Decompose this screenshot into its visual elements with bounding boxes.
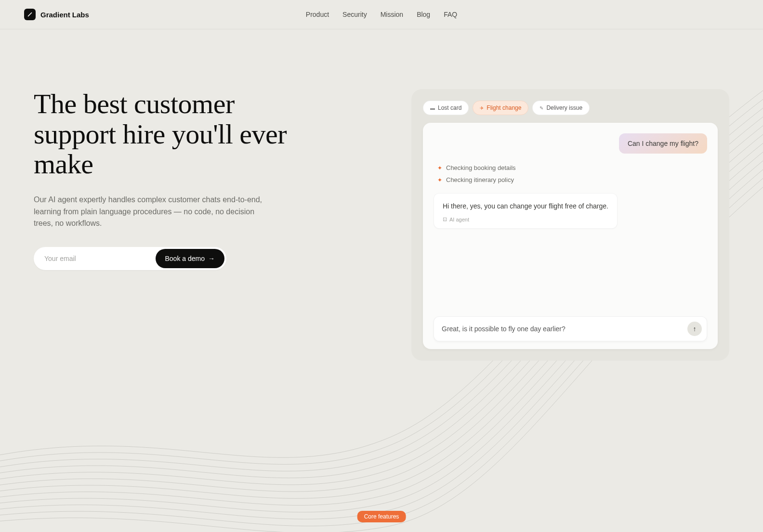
email-input[interactable]: [44, 255, 156, 262]
arrow-right-icon: →: [208, 255, 215, 262]
chat-messages: Can I change my flight? ✦ Checking booki…: [434, 133, 707, 311]
tab-label: Lost card: [438, 104, 461, 111]
status-text: Checking booking details: [446, 164, 516, 171]
hero-copy: The best customer support hire you'll ev…: [34, 89, 294, 361]
core-features-badge[interactable]: Core features: [357, 511, 406, 522]
agent-message: Hi there, yes, you can change your fligh…: [434, 193, 618, 229]
sparkle-icon: ✦: [437, 177, 442, 183]
book-demo-label: Book a demo: [165, 255, 205, 262]
card-icon: ▬: [430, 105, 435, 111]
book-demo-button[interactable]: Book a demo →: [156, 249, 225, 268]
sparkle-icon: ✦: [437, 165, 442, 171]
chat-window: Can I change my flight? ✦ Checking booki…: [423, 123, 718, 349]
main-nav: Product Security Mission Blog FAQ: [306, 11, 457, 18]
hero-subtitle: Our AI agent expertly handles complex cu…: [34, 194, 270, 230]
hero-title: The best customer support hire you'll ev…: [34, 89, 294, 180]
send-button[interactable]: ↑: [687, 322, 702, 336]
tab-label: Flight change: [487, 104, 521, 111]
nav-product[interactable]: Product: [306, 11, 329, 18]
chat-tabs: ▬ Lost card ✈ Flight change ✎ Delivery i…: [423, 101, 718, 115]
brand-name: Gradient Labs: [40, 11, 89, 19]
brand-logo[interactable]: Gradient Labs: [24, 9, 89, 20]
chat-bubble-icon: ⊡: [443, 216, 447, 222]
chat-input-text[interactable]: Great, is it possible to fly one day ear…: [442, 325, 687, 333]
tab-flight-change[interactable]: ✈ Flight change: [473, 101, 528, 115]
arrow-up-icon: ↑: [693, 325, 697, 333]
chat-demo-wrapper: ▬ Lost card ✈ Flight change ✎ Delivery i…: [323, 89, 729, 361]
status-checking-booking: ✦ Checking booking details: [434, 164, 707, 171]
agent-message-text: Hi there, yes, you can change your fligh…: [443, 201, 608, 211]
hero-section: The best customer support hire you'll ev…: [0, 29, 763, 361]
nav-security[interactable]: Security: [342, 11, 367, 18]
tab-label: Delivery issue: [546, 104, 582, 111]
plane-icon: ✈: [480, 105, 484, 111]
email-signup-form: Book a demo →: [34, 247, 226, 270]
wrench-icon: ✎: [539, 105, 543, 111]
status-checking-itinerary: ✦ Checking itinerary policy: [434, 176, 707, 183]
status-text: Checking itinerary policy: [446, 176, 514, 183]
nav-faq[interactable]: FAQ: [444, 11, 457, 18]
user-message: Can I change my flight?: [619, 133, 707, 154]
site-header: Gradient Labs Product Security Mission B…: [0, 0, 763, 29]
agent-message-meta: ⊡ AI agent: [443, 216, 608, 222]
chat-panel: ▬ Lost card ✈ Flight change ✎ Delivery i…: [411, 89, 729, 361]
nav-blog[interactable]: Blog: [417, 11, 430, 18]
nav-mission[interactable]: Mission: [381, 11, 403, 18]
agent-label: AI agent: [449, 217, 469, 222]
logo-icon: [24, 9, 36, 20]
tab-lost-card[interactable]: ▬ Lost card: [423, 101, 469, 115]
tab-delivery-issue[interactable]: ✎ Delivery issue: [532, 101, 590, 115]
chat-input-row: Great, is it possible to fly one day ear…: [434, 316, 707, 341]
